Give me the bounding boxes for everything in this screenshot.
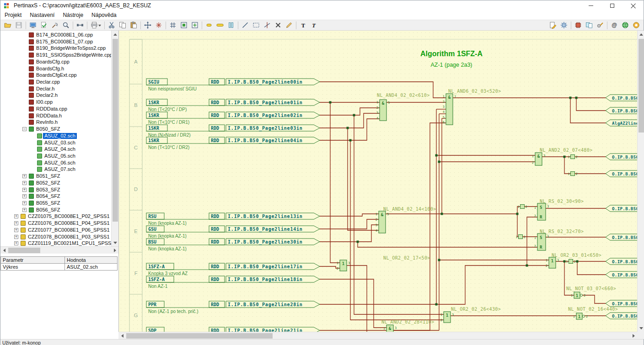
erase-star-button[interactable] xyxy=(153,20,164,30)
pill-wide-button[interactable] xyxy=(215,20,225,30)
gate-and[interactable]: NL_AND4_02_02<610>&12345 xyxy=(376,93,430,121)
tree-item[interactable]: +B055_SFZ xyxy=(0,200,111,207)
tree-item-label[interactable]: B055_SFZ xyxy=(35,200,62,206)
output-flag[interactable]: O.IP.B.B50_P xyxy=(606,313,637,319)
tree-item[interactable]: I00.cpp xyxy=(0,99,111,106)
tree-item[interactable]: ASUZ_05.sch xyxy=(0,153,111,159)
tree-item-label[interactable]: CZZ01076_BC0008E1_P04_SPSS1 xyxy=(27,220,111,226)
tree-item-label[interactable]: B053_SFZ xyxy=(35,187,62,193)
maximize-button[interactable] xyxy=(601,0,623,11)
print-button[interactable] xyxy=(89,20,103,30)
folder-open-button[interactable] xyxy=(2,20,13,30)
grid-button[interactable] xyxy=(167,20,178,30)
zoom-button[interactable] xyxy=(60,20,71,30)
tree-expander-plus[interactable]: + xyxy=(22,181,27,185)
tree-item[interactable]: BoardsCfgExt.cpp xyxy=(0,72,111,79)
flag-check-button[interactable] xyxy=(38,20,49,30)
input-row[interactable]: SGIURDDI.IP.B.B50_Page2line00inNon neisp… xyxy=(146,79,320,91)
text-t-2-button[interactable]: T xyxy=(309,20,320,30)
tree-item[interactable]: RDDData.cpp xyxy=(0,106,111,112)
scroll-thumb[interactable] xyxy=(113,39,118,222)
output-flag[interactable]: O.IP.B.B50_P xyxy=(606,154,637,160)
wire[interactable] xyxy=(320,113,380,128)
tree-item[interactable]: BoardsCfg.cpp xyxy=(0,58,111,65)
tree-item[interactable]: B175_BC0008E1_07.cpp xyxy=(0,38,111,45)
pill-small-button[interactable] xyxy=(204,20,215,30)
tree-item-label[interactable]: CZZ01119_BC0021M1_CPU1_SPSS1 xyxy=(27,240,111,246)
tree-item[interactable]: ASUZ_04.sch xyxy=(0,146,111,153)
tree-item-label[interactable]: B054_SFZ xyxy=(35,193,62,199)
tree-item-label[interactable]: ASUZ_07.sch xyxy=(43,166,77,172)
tree-expander-minus[interactable]: − xyxy=(22,127,27,131)
tree-item-label[interactable]: ASUZ_05.sch xyxy=(43,153,77,159)
tree-item-label[interactable]: BoardsCfg.h xyxy=(35,66,65,72)
input-row[interactable]: 1SKRRDDI.IP.B.B50_Page2line02inNon (T<10… xyxy=(146,112,320,125)
tree-expander-plus[interactable]: + xyxy=(22,174,27,178)
tree-item[interactable]: ASUZ_03.sch xyxy=(0,139,111,146)
output-flag[interactable]: O.IP.B.B50_P xyxy=(606,107,637,114)
scroll-thumb[interactable] xyxy=(8,248,40,253)
minimize-button[interactable] xyxy=(580,0,601,11)
dash-rect-button[interactable] xyxy=(251,20,262,30)
scroll-down-button[interactable] xyxy=(112,239,119,246)
tree-item[interactable]: Declar.h xyxy=(0,85,111,92)
tree-item[interactable]: +CZZ01119_BC0021M1_CPU1_SPSS1 xyxy=(0,240,111,246)
output-flag[interactable]: O.IP.B.B50_P xyxy=(606,170,637,177)
scroll-up-button[interactable] xyxy=(112,31,119,38)
scroll-left-button[interactable] xyxy=(118,332,126,340)
wire[interactable] xyxy=(348,128,379,230)
tree-item[interactable]: +B051_SFZ xyxy=(0,173,111,180)
scroll-up-button[interactable] xyxy=(638,31,644,38)
input-row[interactable]: 1SFZ-ARDDI.IP.B.B50_Page2line17inKnopka … xyxy=(146,263,320,276)
tools-button[interactable] xyxy=(49,20,60,30)
tree-item[interactable]: B190_BridgeWriteToSpss2.cpp xyxy=(0,45,111,52)
tree-item-label[interactable]: ASUZ_02.sch xyxy=(43,133,77,139)
wire[interactable] xyxy=(320,279,386,328)
tree-expander-plus[interactable]: + xyxy=(22,208,27,212)
tree-item-label[interactable]: B050_SFZ xyxy=(35,126,62,132)
tree-item-label[interactable]: RevInfo.h xyxy=(35,119,59,125)
tree-item[interactable]: +B056_SFZ xyxy=(0,207,111,213)
tree-item[interactable]: +B054_SFZ xyxy=(0,193,111,200)
tree-item-label[interactable]: CZZ01077_BC0008E1_P06_SPSS1 xyxy=(27,227,111,233)
tree-expander-plus[interactable]: + xyxy=(14,235,18,239)
wire[interactable] xyxy=(576,98,606,111)
output-flag[interactable]: O.IP.B.B50_P xyxy=(606,205,637,212)
tree-expander-plus[interactable]: + xyxy=(22,194,27,198)
tree-expander-plus[interactable]: + xyxy=(14,221,18,225)
menu-projekt[interactable]: Projekt xyxy=(0,11,26,19)
cut-button[interactable] xyxy=(106,20,117,30)
tree-item-label[interactable]: I00.cpp xyxy=(35,99,54,105)
tree-expander-plus[interactable]: + xyxy=(14,228,18,232)
wire[interactable] xyxy=(358,242,537,247)
tree-item[interactable]: ASUZ_02.sch xyxy=(0,133,111,139)
scroll-thumb[interactable] xyxy=(126,333,273,339)
pages-button[interactable] xyxy=(584,20,595,30)
schematic-vertical-scrollbar[interactable] xyxy=(637,31,644,332)
tree-item[interactable]: +B053_SFZ xyxy=(0,186,111,193)
tree-item-label[interactable]: CZZ01075_BC0008E1_P02_SPSS1 xyxy=(27,213,111,219)
tree-item-label[interactable]: RDDData.h xyxy=(35,113,63,119)
wire[interactable] xyxy=(577,261,606,275)
tree-item[interactable]: Declar.cpp xyxy=(0,79,111,85)
pen-button[interactable] xyxy=(284,20,295,30)
scroll-left-button[interactable] xyxy=(0,247,8,254)
tree-item-label[interactable]: B174_BC0008E1_06.cpp xyxy=(35,32,94,38)
schematic-horizontal-scrollbar[interactable] xyxy=(118,332,637,339)
tree-item[interactable]: B174_BC0008E1_06.cpp xyxy=(0,32,111,38)
input-row[interactable]: SDPRDDI.IP.B.B50_Page2line21in xyxy=(146,327,320,332)
input-row[interactable]: 1SKRRDDI.IP.B.B50_Page2line04inNon (T<10… xyxy=(146,137,320,150)
input-row[interactable]: 1SKRRDDI.IP.B.B50_Page2line03inNon (N>Nz… xyxy=(146,125,320,138)
scroll-down-button[interactable] xyxy=(638,324,644,332)
input-row[interactable]: RSURDDI.IP.B.B50_Page2line13inNon (knopk… xyxy=(146,213,320,226)
frame-fill-button[interactable] xyxy=(178,20,189,30)
wire[interactable] xyxy=(320,108,380,115)
tree-item[interactable]: RevInfo.h xyxy=(0,119,111,126)
gate-and[interactable]: NL_AND6_02_03<520>&1234567 xyxy=(443,89,501,125)
wire[interactable] xyxy=(320,214,379,216)
node-line-button[interactable] xyxy=(262,20,273,30)
output-flag[interactable]: O.IP.B.B50_P xyxy=(606,234,637,240)
input-row[interactable]: 1SFZ-ARDDI.IP.B.B50_Page2line18inNon AZ-… xyxy=(146,276,320,289)
tree-item-label[interactable]: B175_BC0008E1_07.cpp xyxy=(35,39,94,45)
wire[interactable] xyxy=(320,219,379,229)
